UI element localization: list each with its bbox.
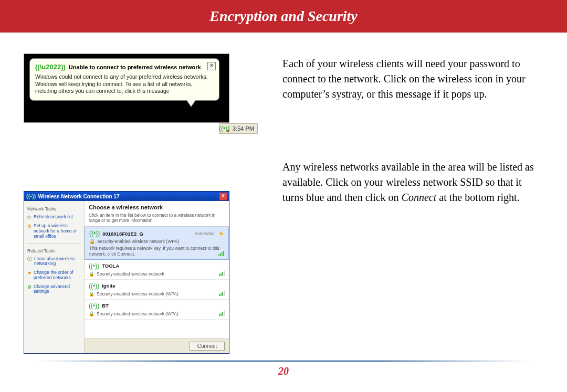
signal-icon <box>219 291 225 296</box>
star-icon: ★ <box>27 270 32 281</box>
lock-icon: 🔒 <box>89 239 95 244</box>
screenshots-column: ((\u2022)) Unable to connect to preferre… <box>26 54 268 354</box>
network-list: ((•)) 0016016F01E2_G Automatic ★ 🔒Securi… <box>85 226 229 338</box>
footer-rule <box>37 361 530 362</box>
dialog-sidebar: Network Tasks ⟳Refresh network list ⚙Set… <box>24 201 85 353</box>
page-number: 20 <box>0 365 567 377</box>
balloon-message: Windows could not connect to any of your… <box>35 73 214 95</box>
dialog-titlebar[interactable]: ((•)) Wireless Network Connection 17 X <box>24 192 229 201</box>
systray-balloon-screenshot: ((\u2022)) Unable to connect to preferre… <box>24 54 229 123</box>
network-security: Security-enabled wireless network (WPA) <box>97 311 178 316</box>
systray: ((•))× 3:54 PM <box>219 123 258 134</box>
balloon-close-button[interactable]: ✕ <box>207 62 216 70</box>
network-item[interactable]: ((•))TOOLA 🔒Security-enabled wireless ne… <box>85 260 229 280</box>
network-name: BT <box>102 303 109 309</box>
connect-word: Connect <box>402 192 437 203</box>
network-item[interactable]: ((•))BT 🔒Security-enabled wireless netwo… <box>85 300 229 320</box>
wireless-icon: ((•)) <box>89 230 100 237</box>
header-bar: Encryption and Security <box>0 0 567 33</box>
signal-icon <box>219 311 225 316</box>
wireless-icon: ((•)) <box>89 282 99 290</box>
balloon-tooltip[interactable]: ((\u2022)) Unable to connect to preferre… <box>29 58 219 101</box>
signal-icon <box>219 271 225 276</box>
wireless-tray-icon[interactable]: ((•))× <box>219 124 229 133</box>
sidebar-group-label: Network Tasks <box>27 206 81 211</box>
sidebar-group-label: Related Tasks <box>27 248 81 253</box>
lock-icon: 🔒 <box>89 271 94 277</box>
network-security: Security-enabled wireless network <box>97 271 164 277</box>
network-name: TOOLA <box>102 263 119 269</box>
signal-icon <box>218 251 224 256</box>
lock-icon: 🔒 <box>89 291 94 296</box>
instructions-column: Each of your wireless clients will need … <box>282 54 541 354</box>
wireless-icon: ((•)) <box>89 302 99 310</box>
wireless-dialog-screenshot: ((•)) Wireless Network Connection 17 X N… <box>24 191 229 354</box>
setup-icon: ⚙ <box>27 224 32 239</box>
balloon-title: Unable to connect to preferred wireless … <box>69 64 201 70</box>
gear-icon: ⚙ <box>27 284 32 295</box>
network-item[interactable]: ((•)) 0016016F01E2_G Automatic ★ 🔒Securi… <box>85 227 229 259</box>
systray-time: 3:54 PM <box>229 125 257 132</box>
choose-network-title: Choose a wireless network <box>89 204 225 210</box>
close-button[interactable]: X <box>219 193 227 200</box>
network-item[interactable]: ((•))Ignite 🔒Security-enabled wireless n… <box>85 280 229 300</box>
page-title: Encryption and Security <box>209 8 358 25</box>
wireless-icon: ((•)) <box>26 193 36 199</box>
dialog-main: Choose a wireless network Click an item … <box>85 201 229 353</box>
favorite-icon: ★ <box>218 230 224 237</box>
refresh-icon: ⟳ <box>27 215 32 220</box>
wireless-icon: ((\u2022)) <box>35 63 66 71</box>
task-setup[interactable]: ⚙Set up a wireless network for a home or… <box>27 224 81 239</box>
connect-button[interactable]: Connect <box>190 342 225 351</box>
dialog-title: Wireless Network Connection 17 <box>38 194 120 199</box>
network-security: Security-enabled wireless network (WPA) <box>97 291 178 296</box>
network-security: Security-enabled wireless network (WPA) <box>97 239 179 244</box>
info-icon: ⓘ <box>27 257 32 267</box>
lock-icon: 🔒 <box>89 311 94 316</box>
task-order[interactable]: ★Change the order of preferred networks <box>27 270 81 281</box>
task-advanced[interactable]: ⚙Change advanced settings <box>27 284 81 295</box>
paragraph-2: Any wireless networks available in the a… <box>282 160 541 205</box>
wireless-icon: ((•)) <box>89 262 99 270</box>
task-refresh[interactable]: ⟳Refresh network list <box>27 215 81 220</box>
network-name: 0016016F01E2_G <box>102 231 143 237</box>
paragraph-1: Each of your wireless clients will need … <box>282 56 541 102</box>
choose-network-subtitle: Click an item in the list below to conne… <box>89 213 225 223</box>
task-learn[interactable]: ⓘLearn about wireless networking <box>27 257 81 267</box>
network-name: Ignite <box>102 283 115 289</box>
network-note: This network requires a network key. If … <box>89 246 224 256</box>
network-auto: Automatic <box>194 231 214 236</box>
